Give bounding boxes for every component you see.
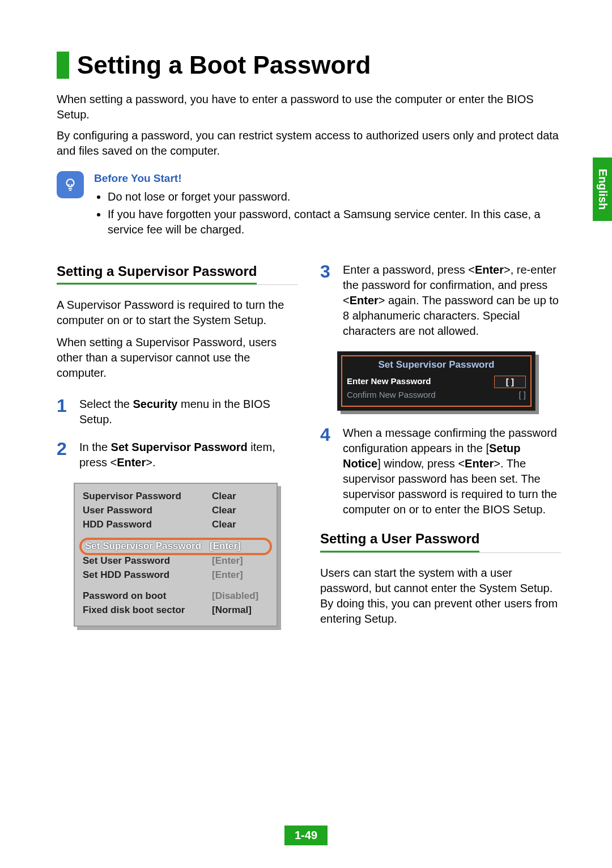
svg-point-0	[67, 180, 74, 187]
tip-callout: Before You Start! Do not lose or forget …	[57, 171, 561, 240]
page-title: Setting a Boot Password	[77, 48, 371, 82]
step-2: 2 In the Set Supervisor Password item, p…	[57, 440, 298, 470]
password-dialog-figure: Set Supervisor Password Enter New Passwo…	[337, 351, 536, 411]
left-column: Setting a Supervisor Password A Supervis…	[57, 262, 298, 632]
lightbulb-icon	[57, 171, 84, 198]
bios-security-figure: Supervisor PasswordClear User PasswordCl…	[74, 483, 278, 627]
intro-text: When setting a password, you have to ent…	[57, 92, 561, 159]
intro-p2: By configuring a password, you can restr…	[57, 128, 561, 159]
supervisor-heading: Setting a Supervisor Password	[57, 262, 257, 284]
supervisor-p2: When setting a Supervisor Password, user…	[57, 335, 298, 381]
user-password-heading: Setting a User Password	[320, 530, 479, 552]
step-4: 4 When a message confirming the password…	[320, 426, 561, 517]
tip-bullet-2: If you have forgotten your password, con…	[108, 207, 561, 237]
step-3: 3 Enter a password, press <Enter>, re-en…	[320, 262, 561, 339]
page-number: 1-49	[284, 826, 328, 845]
bios-highlighted-row: Set Supervisor Password[Enter]	[79, 538, 272, 555]
accent-bar	[57, 52, 69, 79]
intro-p1: When setting a password, you have to ent…	[57, 92, 561, 122]
dialog-title: Set Supervisor Password	[347, 359, 526, 372]
step-number: 2	[57, 440, 70, 470]
supervisor-p1: A Supervisor Password is required to tur…	[57, 297, 298, 328]
language-tab: English	[593, 158, 612, 221]
right-column: 3 Enter a password, press <Enter>, re-en…	[320, 262, 561, 632]
tip-bullet-1: Do not lose or forget your password.	[108, 189, 561, 205]
step-number: 1	[57, 397, 70, 427]
step-number: 4	[320, 426, 334, 517]
tip-title: Before You Start!	[94, 171, 561, 186]
user-p1: Users can start the system with a user p…	[320, 565, 561, 627]
step-number: 3	[320, 262, 334, 339]
step-1: 1 Select the Security menu in the BIOS S…	[57, 397, 298, 427]
